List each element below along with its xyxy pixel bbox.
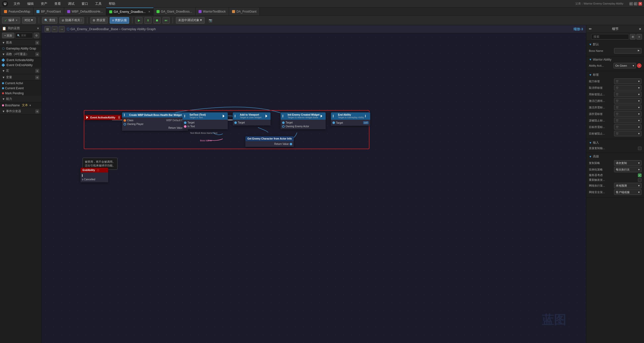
hide-unrelated-button[interactable]: ⊘ 隐藏不相关 | xyxy=(59,17,84,24)
event-dispatch-section[interactable]: ▼ 事件分发器 + xyxy=(0,108,41,115)
var-current-activi[interactable]: Current Activi xyxy=(0,81,41,86)
settings-btn-left[interactable]: ⚙ xyxy=(34,33,39,38)
node-end-ability[interactable]: End Ability Target is Gameplay Ability T… xyxy=(331,112,370,126)
copy-strategy-dropdown[interactable]: 请勿复制 ▾ xyxy=(614,160,642,166)
exec-out-settext xyxy=(223,115,226,118)
macros-section[interactable]: ▼ 宏 + xyxy=(0,68,41,74)
menu-file[interactable]: 文件 xyxy=(12,1,22,7)
add-button[interactable]: + 添加 xyxy=(2,33,14,38)
pause-button[interactable]: ⏸ xyxy=(144,17,151,24)
tag-chevron-1: ▾ xyxy=(638,80,640,83)
tags-section-header[interactable]: ▼ 标签 xyxy=(589,73,641,77)
stop-button[interactable]: ⏹ xyxy=(154,17,161,24)
ability-tag-dropdown[interactable]: 空 ▾ xyxy=(614,78,642,84)
right-panel-close[interactable]: ✕ xyxy=(639,27,641,31)
tab-bp-frost[interactable]: BP_FrostGiant xyxy=(33,8,64,15)
ability-acti-dropdown[interactable]: On Given ▾ xyxy=(614,63,636,68)
direct-copy-checkbox[interactable] xyxy=(638,147,641,150)
tab-wbp-boss[interactable]: WBP_DefaultBossHe... xyxy=(64,8,106,15)
gameplay-ability-graph[interactable]: ⬡ Gameplay Ability Grap xyxy=(0,46,41,51)
functions-add-btn[interactable]: + xyxy=(35,52,39,56)
block-tag-dropdown[interactable]: 空 ▾ xyxy=(614,92,642,97)
var-mark-pending[interactable]: Mark Pending xyxy=(0,91,41,96)
maximize-btn[interactable]: □ xyxy=(634,2,637,6)
event-dispatch-add-btn[interactable]: + xyxy=(35,109,39,113)
var-expand-boss[interactable]: ▾ xyxy=(29,104,31,107)
input-section-header[interactable]: ▼ 输入 xyxy=(589,141,641,145)
activate-flag-dropdown[interactable]: 空 ▾ xyxy=(614,105,642,110)
camera-btn[interactable]: 📷 xyxy=(207,17,214,24)
tab-feature-dev[interactable]: FeatureDevMap xyxy=(1,8,33,15)
target-req-dropdown[interactable]: 空 ▾ xyxy=(614,124,642,130)
search-button[interactable]: 🔍 查找 xyxy=(42,17,57,24)
node-get-enemy-char[interactable]: Get Enemy Character from Actor Info Retu… xyxy=(245,136,294,147)
network-security-dropdown[interactable]: 客户端或服 ▾ xyxy=(614,189,642,195)
var-boss-name[interactable]: BossName 文本 ▾ xyxy=(0,102,41,108)
minimize-btn[interactable]: ─ xyxy=(629,2,633,6)
retrigger-checkbox[interactable] xyxy=(638,178,641,182)
class-settings-button[interactable]: ⚙ 类设置 xyxy=(90,17,108,24)
node-event-activate[interactable]: Event ActivateAbility xyxy=(84,115,121,120)
breadcrumb-root[interactable]: GA_Enemy_DrawBossBar_Base xyxy=(70,27,118,31)
node-set-text[interactable]: SetText (Text) Target is Text Target xyxy=(182,112,228,129)
search-box[interactable]: 🔍 搜索 xyxy=(15,33,33,38)
play-button[interactable]: ▶ xyxy=(135,17,142,24)
boss-name-input[interactable]: ⚑ xyxy=(614,48,642,54)
macros-add-btn[interactable]: + xyxy=(35,69,39,73)
variables-section[interactable]: ▼ 变量 + xyxy=(0,74,41,81)
menu-asset[interactable]: 资产 xyxy=(39,1,49,7)
class-defaults-button[interactable]: ≡ 类默认值 xyxy=(110,17,129,24)
variables-add-btn[interactable]: + xyxy=(35,75,39,79)
event-on-end-ability[interactable]: Event OnEndAbility xyxy=(0,63,41,68)
target-block-dropdown[interactable]: 空 ▾ xyxy=(614,131,642,136)
tab-ga-giant[interactable]: GA_Giant_DrawBoss... xyxy=(154,8,196,15)
back-btn[interactable]: ← xyxy=(52,26,58,32)
node-create-wbp[interactable]: Create WBP Default Boss Health Bar Widge… xyxy=(122,112,188,131)
network-exec-dropdown[interactable]: 本地预测 ▾ xyxy=(614,183,642,188)
var-current-event[interactable]: Current Event xyxy=(0,86,41,91)
tab-close-ga-enemy[interactable]: ✕ xyxy=(148,10,150,13)
functions-section[interactable]: ▼ 函数（4可覆盖） + xyxy=(0,51,41,58)
grid-view-btn[interactable]: ⊞ xyxy=(630,34,635,39)
list-view-btn[interactable]: ≡ xyxy=(636,34,642,39)
node-end-ability-small[interactable]: EndAbility ⬡ s Cancelled xyxy=(81,168,108,182)
tab-warrior-text[interactable]: WarriorTextBlock xyxy=(196,8,229,15)
node-add-viewport[interactable]: Add to Viewport Target is User Widget Ta… xyxy=(233,112,271,125)
warrior-ability-section-header[interactable]: ▼ Warrior Ability xyxy=(589,58,641,61)
compare-button[interactable]: 对比▼ xyxy=(22,17,36,24)
event-activate-ability[interactable]: Event ActivateAbility xyxy=(0,58,41,63)
advanced-section-header[interactable]: ▼ 高级 xyxy=(589,154,641,159)
source-block-dropdown[interactable]: 空 ▾ xyxy=(614,118,642,123)
tab-da-frost[interactable]: DA_FrostGiant xyxy=(229,8,260,15)
server-checkbox[interactable]: ✓ xyxy=(638,174,641,177)
right-search-input[interactable] xyxy=(591,34,629,39)
menu-edit[interactable]: 编辑 xyxy=(26,1,35,7)
menu-debug[interactable]: 调试 xyxy=(66,1,76,7)
forward-btn[interactable]: → xyxy=(59,26,65,32)
graphs-section[interactable]: ▼ 图表 + xyxy=(0,39,41,46)
left-panel-close[interactable]: ✕ xyxy=(37,27,39,30)
menu-help[interactable]: 帮助 xyxy=(107,1,117,7)
node-subtitle-init: Target IS Warrior Widget Base xyxy=(288,116,320,119)
node-init-enemy-widget[interactable]: Init Enemy Created Widget Target IS Warr… xyxy=(281,112,326,129)
default-section-header[interactable]: ▼ 默认 xyxy=(589,42,641,47)
tab-ga-enemy[interactable]: GA_Enemy_DrawBos... ✕ xyxy=(106,8,154,15)
center-canvas[interactable]: ⊞ ← → ⬡ GA_Enemy_DrawBossBar_Base › Game… xyxy=(42,25,586,343)
skip-button[interactable]: ⏭ xyxy=(163,17,170,24)
menu-window[interactable]: 窗口 xyxy=(80,1,90,7)
close-btn[interactable]: ✕ xyxy=(638,2,642,6)
canvas-content[interactable]: Event ActivateAbility Create WBP Default… xyxy=(42,33,586,343)
activate-owned-dropdown[interactable]: 空 ▾ xyxy=(614,98,642,104)
ability-section[interactable]: ▼ 能力 xyxy=(0,96,41,102)
warrior-ability-delete-btn[interactable]: ✕ xyxy=(637,63,641,68)
compile-button[interactable]: ✓ 编译 ▼ xyxy=(2,17,20,24)
menu-tools[interactable]: 工具 xyxy=(94,1,103,7)
search-icon: 🔍 xyxy=(44,19,48,22)
source-req-dropdown[interactable]: 空 ▾ xyxy=(614,111,642,117)
layout-btn[interactable]: ⊞ xyxy=(45,26,51,32)
cancel-tag-dropdown[interactable]: 空 ▾ xyxy=(614,85,642,91)
instantiate-dropdown[interactable]: 每次执行次 ▾ xyxy=(614,167,642,172)
debug-target-button[interactable]: 未选中调试对象▼ xyxy=(176,17,205,24)
graphs-add-btn[interactable]: + xyxy=(35,41,39,45)
menu-view[interactable]: 查看 xyxy=(53,1,62,7)
